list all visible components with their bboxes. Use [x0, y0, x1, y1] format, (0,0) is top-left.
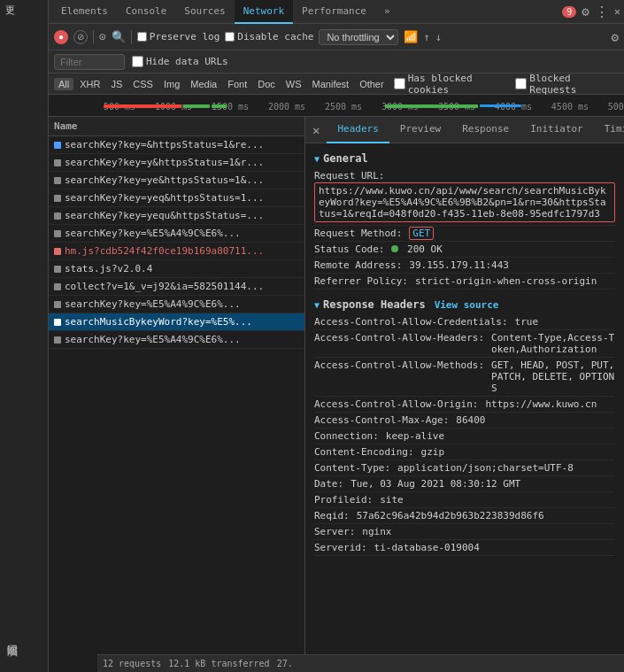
req-item-3[interactable]: searchKey?key=yeq&httpsStatus=1...: [49, 189, 304, 207]
headers-content: ▼ General Request URL: https://www.kuwo.…: [305, 143, 624, 672]
timeline-activity-green2: [212, 104, 227, 108]
more-icon[interactable]: ⋮: [595, 4, 609, 20]
settings-icon[interactable]: ⚙: [582, 4, 589, 19]
rh-row-10: Reqid: 57a62c96a42b94d2b963b223839d86f6: [314, 508, 615, 524]
filter-bar: Hide data URLs: [49, 50, 624, 73]
has-blocked-cookies-text: Has blocked cookies: [408, 73, 514, 96]
rh-row-1: Access-Control-Allow-Headers: Content-Ty…: [314, 330, 615, 358]
detail-tab-headers[interactable]: Headers: [327, 117, 389, 143]
toolbar-settings-icon[interactable]: ⚙: [612, 30, 619, 44]
rh-row-0: Access-Control-Allow-Credentials: true: [314, 314, 615, 330]
req-item-4[interactable]: searchKey?key=yequ&httpsStatus=...: [49, 207, 304, 225]
detail-tab-timing[interactable]: Timing: [594, 117, 624, 143]
response-headers-title[interactable]: ▼ Response Headers View source: [314, 295, 615, 314]
rh-row-6: Content-Encoding: gzip: [314, 444, 615, 460]
general-title: General: [323, 152, 368, 165]
close-icon[interactable]: ✕: [614, 5, 620, 18]
view-source-link[interactable]: View source: [435, 299, 499, 311]
tab-performance[interactable]: Performance: [293, 0, 375, 24]
request-list: Name searchKey?key=&httpsStatus=1&re... …: [49, 117, 305, 672]
req-item-10[interactable]: searchMusicBykeyWord?key=%E5%...: [49, 313, 304, 331]
network-toolbar: ● ⊘ ⊙ 🔍 Preserve log Disable cache No th…: [49, 24, 624, 50]
tab-network[interactable]: Network: [235, 0, 293, 24]
rh-key-6: Content-Encoding:: [314, 446, 414, 458]
search-icon[interactable]: 🔍: [112, 30, 126, 43]
req-item-0[interactable]: searchKey?key=&httpsStatus=1&re...: [49, 136, 304, 154]
rh-val-2: GET, HEAD, POST, PUT, PATCH, DELETE, OPT…: [491, 359, 615, 394]
req-name-3: searchKey?key=yeq&httpsStatus=1...: [65, 192, 299, 204]
type-btn-doc[interactable]: Doc: [253, 78, 280, 90]
req-item-2[interactable]: searchKey?key=ye&httpsStatus=1&...: [49, 172, 304, 189]
type-btn-manifest[interactable]: Manifest: [308, 78, 354, 90]
hide-data-urls-checkbox[interactable]: [132, 56, 143, 67]
online-icon[interactable]: 📶: [404, 30, 418, 43]
footer-extra: 27.: [277, 659, 293, 668]
type-btn-all[interactable]: All: [54, 78, 73, 90]
detail-tab-response[interactable]: Response: [451, 117, 520, 143]
rh-key-2: Access-Control-Allow-Methods:: [314, 359, 484, 371]
req-item-11[interactable]: searchKey?key=%E5%A4%9C%E6%...: [49, 331, 304, 349]
list-header: Name: [49, 117, 304, 136]
top-tab-bar: Elements Console Sources Network Perform…: [49, 0, 624, 24]
type-btn-ws[interactable]: WS: [281, 78, 306, 90]
has-blocked-cookies-checkbox[interactable]: [394, 78, 405, 89]
req-name-0: searchKey?key=&httpsStatus=1&re...: [65, 139, 299, 151]
req-dot-3: [54, 195, 61, 202]
type-btn-xhr[interactable]: XHR: [75, 78, 104, 90]
hide-data-urls-label: Hide data URLs: [132, 56, 228, 67]
referrer-policy-value: strict-origin-when-cross-origin: [415, 275, 615, 287]
left-sidebar: 更 巡回演唱: [0, 0, 49, 672]
timeline-activity-green: [183, 104, 209, 108]
footer-bar: 12 requests 12.1 kB transferred 27.: [97, 654, 624, 672]
blocked-requests-label: Blocked Requests: [515, 73, 619, 96]
detail-tab-preview[interactable]: Preview: [389, 117, 451, 143]
rh-row-4: Access-Control-Max-Age: 86400: [314, 413, 615, 429]
detail-close-button[interactable]: ✕: [305, 123, 327, 137]
record-button[interactable]: ●: [54, 30, 68, 44]
rh-key-3: Access-Control-Allow-Origin:: [314, 398, 478, 410]
tab-console[interactable]: Console: [117, 0, 175, 24]
upload-icon: ↑: [423, 31, 429, 43]
type-btn-media[interactable]: Media: [186, 78, 221, 90]
req-name-11: searchKey?key=%E5%A4%9C%E6%...: [65, 334, 299, 345]
req-item-6[interactable]: hm.js?cdb524f42f0ce19b169a80711...: [49, 243, 304, 260]
type-btn-js[interactable]: JS: [106, 78, 127, 90]
rh-val-3: https://www.kuwo.cn: [485, 398, 615, 410]
referrer-policy-row: Referrer Policy: strict-origin-when-cros…: [314, 274, 615, 290]
type-btn-css[interactable]: CSS: [128, 78, 158, 90]
tab-elements[interactable]: Elements: [52, 0, 117, 24]
req-item-5[interactable]: searchKey?key=%E5%A4%9C%E6%...: [49, 225, 304, 243]
req-dot-1: [54, 159, 61, 166]
general-arrow: ▼: [314, 154, 320, 164]
type-btn-font[interactable]: Font: [223, 78, 251, 90]
tab-more[interactable]: »: [375, 0, 399, 24]
disable-cache-checkbox[interactable]: [225, 32, 235, 42]
blocked-requests-checkbox[interactable]: [515, 78, 527, 89]
status-code-key: Status Code:: [314, 243, 384, 255]
remote-address-key: Remote Address:: [314, 259, 402, 271]
sidebar-bottom-label: 巡回演唱: [0, 628, 24, 645]
clear-button[interactable]: ⊘: [73, 30, 88, 44]
tab-icons: 9 ⚙ ⋮ ✕: [562, 4, 620, 20]
filter-icon[interactable]: ⊙: [99, 30, 106, 43]
blocked-requests-text: Blocked Requests: [529, 73, 619, 96]
req-item-1[interactable]: searchKey?key=y&httpsStatus=1&r...: [49, 154, 304, 172]
main-split: Name searchKey?key=&httpsStatus=1&re... …: [49, 117, 624, 672]
detail-tab-initiator[interactable]: Initiator: [520, 117, 594, 143]
has-blocked-cookies-label: Has blocked cookies: [394, 73, 514, 96]
req-item-7[interactable]: stats.js?v2.0.4: [49, 260, 304, 278]
req-item-8[interactable]: collect?v=1&_v=j92&ia=582501144...: [49, 278, 304, 296]
filter-input[interactable]: [54, 54, 125, 70]
detail-tabs: ✕ Headers Preview Response Initiator Tim…: [305, 117, 624, 143]
preserve-log-checkbox[interactable]: [137, 32, 147, 42]
throttle-select[interactable]: No throttling: [319, 29, 398, 45]
tab-sources[interactable]: Sources: [175, 0, 234, 24]
error-badge: 9: [562, 6, 576, 18]
type-btn-other[interactable]: Other: [355, 78, 389, 90]
general-section-title[interactable]: ▼ General: [314, 149, 615, 168]
rh-key-4: Access-Control-Max-Age:: [314, 414, 449, 426]
rh-val-6: gzip: [421, 446, 615, 458]
type-btn-img[interactable]: Img: [159, 78, 184, 90]
req-item-9[interactable]: searchKey?key=%E5%A4%9C%E6%...: [49, 296, 304, 313]
transferred-size: 12.1 kB transferred: [168, 659, 269, 668]
